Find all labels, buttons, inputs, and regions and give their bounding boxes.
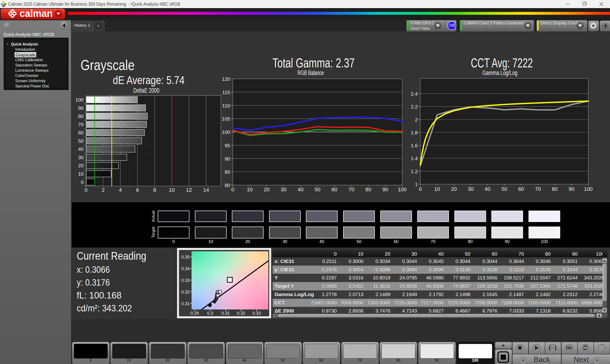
svg-text:0.31: 0.31 — [221, 311, 230, 316]
svg-text:80: 80 — [365, 186, 371, 193]
svg-text:0.35: 0.35 — [181, 255, 190, 260]
svg-text:1.6: 1.6 — [411, 143, 418, 148]
svg-text:80: 80 — [78, 113, 84, 119]
svg-text:90: 90 — [382, 186, 388, 193]
svg-text:0.3: 0.3 — [207, 311, 213, 316]
svg-text:4: 4 — [119, 187, 122, 193]
svg-text:20: 20 — [78, 163, 84, 168]
svg-text:0: 0 — [231, 186, 234, 193]
svg-text:1.4: 1.4 — [411, 156, 418, 161]
svg-text:40: 40 — [78, 146, 84, 152]
svg-text:110: 110 — [222, 103, 230, 108]
svg-text:20: 20 — [264, 186, 270, 193]
svg-text:120: 120 — [222, 76, 230, 82]
svg-text:1: 1 — [415, 182, 418, 187]
svg-text:0.33: 0.33 — [181, 278, 190, 283]
svg-text:90: 90 — [78, 105, 84, 111]
svg-text:0.31: 0.31 — [181, 301, 190, 306]
svg-text:0.33: 0.33 — [252, 311, 261, 316]
svg-text:40: 40 — [485, 186, 490, 192]
svg-text:20: 20 — [451, 186, 457, 192]
svg-text:30: 30 — [78, 155, 84, 160]
svg-text:115: 115 — [222, 90, 230, 95]
svg-text:100: 100 — [222, 129, 230, 135]
svg-text:2.4: 2.4 — [411, 91, 418, 96]
svg-text:0: 0 — [419, 186, 422, 192]
svg-text:60: 60 — [331, 186, 337, 193]
svg-text:0.29: 0.29 — [190, 311, 199, 316]
svg-text:50: 50 — [78, 138, 84, 144]
svg-text:2.2: 2.2 — [411, 104, 418, 109]
svg-text:0.34: 0.34 — [181, 266, 190, 271]
svg-text:50: 50 — [501, 186, 507, 192]
svg-text:70: 70 — [348, 186, 354, 193]
svg-text:50: 50 — [314, 186, 320, 193]
svg-text:10: 10 — [78, 171, 84, 177]
svg-text:90: 90 — [225, 156, 230, 161]
svg-text:30: 30 — [281, 186, 286, 193]
svg-text:30: 30 — [468, 186, 473, 192]
svg-text:8: 8 — [153, 187, 156, 193]
svg-text:40: 40 — [298, 186, 303, 193]
svg-text:60: 60 — [518, 186, 524, 192]
svg-text:14: 14 — [203, 187, 209, 193]
svg-text:70: 70 — [78, 122, 84, 127]
svg-text:10: 10 — [169, 187, 175, 193]
svg-text:10: 10 — [247, 186, 253, 193]
svg-text:100: 100 — [75, 97, 84, 103]
svg-text:6: 6 — [136, 187, 139, 193]
svg-text:60: 60 — [78, 130, 84, 135]
svg-text:95: 95 — [225, 143, 230, 148]
svg-text:100: 100 — [584, 186, 593, 192]
svg-text:85: 85 — [225, 169, 230, 175]
svg-text:1.8: 1.8 — [411, 130, 418, 135]
svg-text:105: 105 — [222, 116, 230, 121]
svg-text:0.32: 0.32 — [181, 290, 190, 294]
svg-text:2: 2 — [102, 187, 104, 193]
svg-text:70: 70 — [535, 186, 541, 192]
svg-text:10: 10 — [434, 186, 440, 192]
svg-text:90: 90 — [569, 186, 574, 192]
svg-text:12: 12 — [186, 187, 192, 193]
svg-text:1.2: 1.2 — [411, 169, 418, 174]
svg-text:80: 80 — [225, 182, 230, 188]
svg-text:0: 0 — [81, 179, 84, 185]
svg-text:80: 80 — [552, 186, 558, 192]
svg-text:0.32: 0.32 — [237, 311, 245, 316]
svg-text:0: 0 — [85, 187, 88, 193]
svg-text:2: 2 — [415, 117, 418, 122]
